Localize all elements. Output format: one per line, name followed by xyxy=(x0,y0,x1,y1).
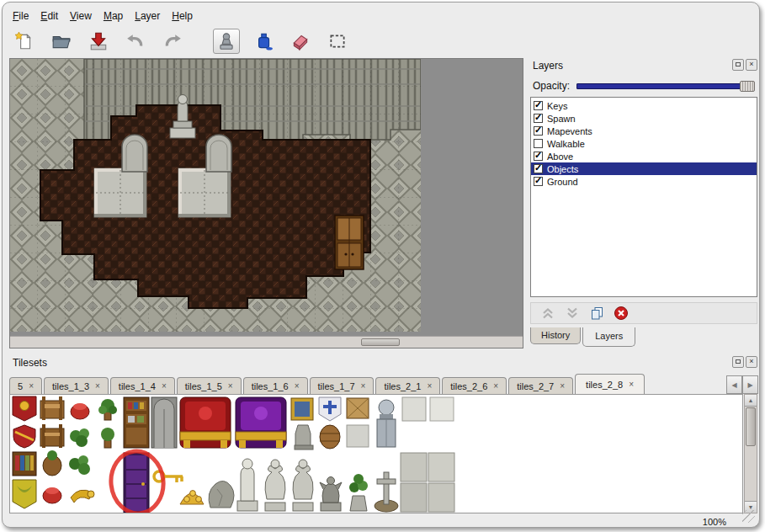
scroll-up-button[interactable]: ▲ xyxy=(745,395,757,407)
layer-row-keys[interactable]: ✓ Keys xyxy=(531,99,757,112)
layer-row-ground[interactable]: ✓ Ground xyxy=(531,175,757,188)
layer-visibility-checkbox[interactable]: ✓ xyxy=(534,164,543,173)
menu-map[interactable]: Map xyxy=(100,8,131,24)
menu-edit[interactable]: Edit xyxy=(37,8,66,24)
layer-row-objects[interactable]: ✓ Objects xyxy=(531,162,757,175)
tab-close-icon[interactable]: × xyxy=(493,382,498,390)
rect-select-tool-icon xyxy=(327,31,348,51)
rect-select-tool-button[interactable] xyxy=(324,29,351,54)
map-horizontal-scrollbar[interactable] xyxy=(10,336,523,348)
redo-button[interactable] xyxy=(159,29,186,54)
move-layer-down-button[interactable] xyxy=(564,305,581,322)
tab-close-icon[interactable]: × xyxy=(29,382,34,390)
opacity-slider-handle[interactable] xyxy=(740,81,755,92)
tab-label: tiles_2_8 xyxy=(586,380,623,390)
tab-close-icon[interactable]: × xyxy=(361,382,366,390)
layer-row-walkable[interactable]: ✓ Walkable xyxy=(531,137,757,150)
layer-row-mapevents[interactable]: ✓ Mapevents xyxy=(531,125,757,137)
dock-close-button[interactable]: × xyxy=(746,59,757,71)
map-canvas[interactable] xyxy=(9,58,523,348)
stamp-tool-icon xyxy=(216,31,236,51)
new-map-button[interactable] xyxy=(11,29,38,54)
undo-icon xyxy=(125,31,146,51)
delete-layer-button[interactable] xyxy=(613,305,630,322)
tab-label: tiles_1_5 xyxy=(185,381,222,391)
new-file-icon xyxy=(14,31,35,51)
tab-label: tiles_2_6 xyxy=(450,381,487,391)
tileset-vscroll-handle[interactable] xyxy=(746,407,756,446)
tab-close-icon[interactable]: × xyxy=(427,382,432,390)
toolbar xyxy=(11,26,351,56)
tileset-vertical-scrollbar[interactable]: ▲ ▼ xyxy=(744,394,757,513)
tab-close-icon[interactable]: × xyxy=(295,382,300,390)
tileset-tab[interactable]: tiles_2_6× xyxy=(442,377,507,395)
tilesets-dock: Tilesets × 5× tiles_1_3× tiles_1_4× tile… xyxy=(8,355,760,527)
app-window: File Edit View Map Layer Help xyxy=(2,2,760,528)
stamp-tool-button[interactable] xyxy=(213,29,240,54)
double-chevron-up-icon xyxy=(540,306,555,321)
tab-label: tiles_2_1 xyxy=(384,381,421,391)
tileset-tab[interactable]: tiles_2_1× xyxy=(375,377,440,395)
tileset-tab[interactable]: tiles_1_6× xyxy=(243,377,308,395)
tileset-view[interactable] xyxy=(9,394,743,513)
tab-close-icon[interactable]: × xyxy=(162,382,167,390)
save-map-button[interactable] xyxy=(85,29,112,54)
map-render xyxy=(10,59,421,332)
tileset-tab[interactable]: tiles_2_7× xyxy=(508,377,573,395)
layer-name: Above xyxy=(547,152,573,162)
arrow-down-icon: ▼ xyxy=(748,504,754,510)
layer-row-spawn[interactable]: ✓ Spawn xyxy=(531,112,757,125)
close-icon: × xyxy=(749,60,753,68)
layer-list: ✓ Keys ✓ Spawn ✓ Mapevents ✓ Walkable ✓ … xyxy=(530,97,757,297)
opacity-slider[interactable] xyxy=(576,80,755,92)
check-icon: ✓ xyxy=(534,150,542,161)
screenshot-stage: File Edit View Map Layer Help xyxy=(0,0,765,532)
arrow-left-icon: ◀ xyxy=(731,381,736,389)
redo-icon xyxy=(162,31,183,51)
tileset-tab[interactable]: tiles_1_5× xyxy=(177,377,242,395)
save-icon xyxy=(88,31,109,51)
layer-name: Ground xyxy=(547,177,578,187)
dock-float-button[interactable] xyxy=(732,59,744,71)
eraser-tool-button[interactable] xyxy=(287,29,314,54)
open-map-button[interactable] xyxy=(48,29,75,54)
tab-close-icon[interactable]: × xyxy=(228,382,233,390)
menu-view[interactable]: View xyxy=(66,8,100,24)
opacity-slider-track[interactable] xyxy=(576,83,755,89)
layer-name: Mapevents xyxy=(547,126,592,136)
move-layer-up-button[interactable] xyxy=(539,305,556,322)
fill-tool-button[interactable] xyxy=(250,29,277,54)
menu-file[interactable]: File xyxy=(9,8,37,24)
tileset-tab[interactable]: tiles_1_3× xyxy=(44,377,109,395)
menu-help[interactable]: Help xyxy=(168,8,201,24)
tab-close-icon[interactable]: × xyxy=(629,380,634,388)
scroll-tabs-right-button[interactable]: ▶ xyxy=(742,375,758,394)
fill-tool-icon xyxy=(253,31,274,51)
tab-history[interactable]: History xyxy=(530,327,581,344)
tab-close-icon[interactable]: × xyxy=(560,382,565,390)
duplicate-layer-button[interactable] xyxy=(588,305,605,322)
tileset-tab[interactable]: tiles_1_7× xyxy=(310,377,375,395)
layer-visibility-checkbox[interactable]: ✓ xyxy=(534,101,543,110)
tileset-tab[interactable]: tiles_1_4× xyxy=(110,377,175,395)
tileset-tab[interactable]: 5× xyxy=(9,377,42,395)
layer-visibility-checkbox[interactable]: ✓ xyxy=(534,139,543,148)
dock-float-button[interactable] xyxy=(732,356,744,368)
layer-row-above[interactable]: ✓ Above xyxy=(531,150,757,162)
map-hscroll-handle[interactable] xyxy=(361,338,400,346)
layer-visibility-checkbox[interactable]: ✓ xyxy=(534,126,543,136)
tileset-tab[interactable]: tiles_2_8× xyxy=(575,374,645,395)
check-icon: ✓ xyxy=(534,175,542,186)
tab-label: Layers xyxy=(595,331,623,341)
dock-close-button[interactable]: × xyxy=(746,356,757,368)
layer-visibility-checkbox[interactable]: ✓ xyxy=(534,114,543,123)
menu-layer[interactable]: Layer xyxy=(131,8,168,24)
undo-button[interactable] xyxy=(122,29,149,54)
scroll-tabs-left-button[interactable]: ◀ xyxy=(726,375,742,394)
tileset-image[interactable] xyxy=(10,395,456,513)
layer-visibility-checkbox[interactable]: ✓ xyxy=(534,177,543,186)
tab-layers[interactable]: Layers xyxy=(582,327,635,347)
tab-close-icon[interactable]: × xyxy=(95,382,100,390)
layer-visibility-checkbox[interactable]: ✓ xyxy=(534,152,543,161)
check-icon: ✓ xyxy=(534,112,542,123)
